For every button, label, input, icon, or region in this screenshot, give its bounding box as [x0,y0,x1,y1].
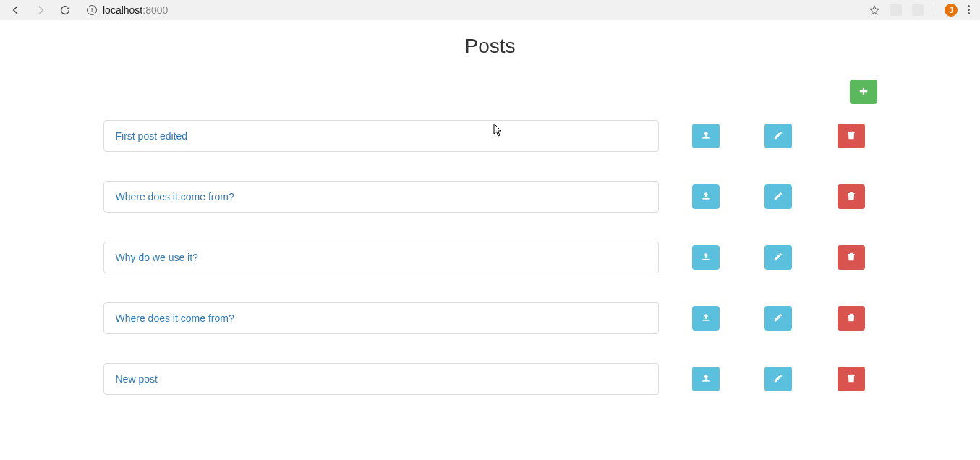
browser-nav [6,4,71,16]
svg-rect-0 [702,137,709,138]
site-info-icon[interactable]: i [87,5,97,15]
trash-icon [846,191,856,203]
post-title-link[interactable]: New post [116,373,158,385]
plus-icon [858,86,869,98]
edit-button[interactable] [764,306,792,331]
post-title-link[interactable]: Why do we use it? [116,252,198,263]
browser-actions: J [869,4,974,17]
divider [934,4,934,17]
extension-icon[interactable] [890,4,902,16]
forward-button[interactable] [35,4,46,16]
edit-button[interactable] [764,124,792,148]
pencil-icon [773,373,783,386]
upload-icon [701,373,711,386]
svg-rect-1 [702,197,709,199]
delete-button[interactable] [838,124,865,148]
svg-rect-2 [702,258,709,260]
delete-button[interactable] [838,184,865,209]
post-panel: Why do we use it? [103,242,659,273]
post-panel: First post edited [103,120,659,152]
trash-icon [846,130,856,142]
upload-icon [701,130,711,142]
post-row: Why do we use it? [103,242,877,273]
upload-button[interactable] [692,245,720,270]
post-row: Where does it come from? [103,302,877,334]
browser-chrome: i localhost:8000 J [0,0,980,20]
post-row: Where does it come from? [103,181,877,213]
trash-icon [846,252,856,264]
post-title-link[interactable]: Where does it come from? [116,312,234,324]
post-title-link[interactable]: Where does it come from? [116,191,234,203]
trash-icon [846,373,856,386]
back-button[interactable] [10,4,22,16]
edit-button[interactable] [764,245,792,270]
pencil-icon [773,252,783,264]
upload-button[interactable] [692,184,720,209]
upload-icon [701,312,711,325]
bookmark-star-icon[interactable] [869,4,880,16]
post-row: New post [103,363,877,395]
extension-icon[interactable] [912,4,924,16]
reload-button[interactable] [59,4,71,16]
upload-button[interactable] [692,124,720,148]
post-title-link[interactable]: First post edited [116,130,188,142]
pencil-icon [773,191,783,203]
upload-button[interactable] [692,306,720,331]
upload-icon [701,252,711,264]
upload-icon [701,191,711,203]
post-row: First post edited [103,120,877,152]
edit-button[interactable] [764,184,792,209]
delete-button[interactable] [838,367,865,391]
upload-button[interactable] [692,367,720,391]
svg-rect-3 [702,319,709,320]
post-panel: Where does it come from? [103,181,659,213]
delete-button[interactable] [838,245,865,270]
pencil-icon [773,130,783,142]
trash-icon [846,312,856,325]
kebab-menu-icon[interactable] [968,5,970,14]
edit-button[interactable] [764,367,792,391]
delete-button[interactable] [838,306,865,331]
pencil-icon [773,312,783,325]
page-title: Posts [0,35,980,58]
address-bar[interactable]: i localhost:8000 [87,4,168,16]
profile-avatar[interactable]: J [945,4,958,17]
post-panel: Where does it come from? [103,302,659,334]
post-panel: New post [103,363,659,395]
svg-rect-4 [702,380,709,381]
add-post-button[interactable] [850,80,877,104]
url-port: :8000 [142,4,168,16]
url-host: localhost [103,4,142,16]
